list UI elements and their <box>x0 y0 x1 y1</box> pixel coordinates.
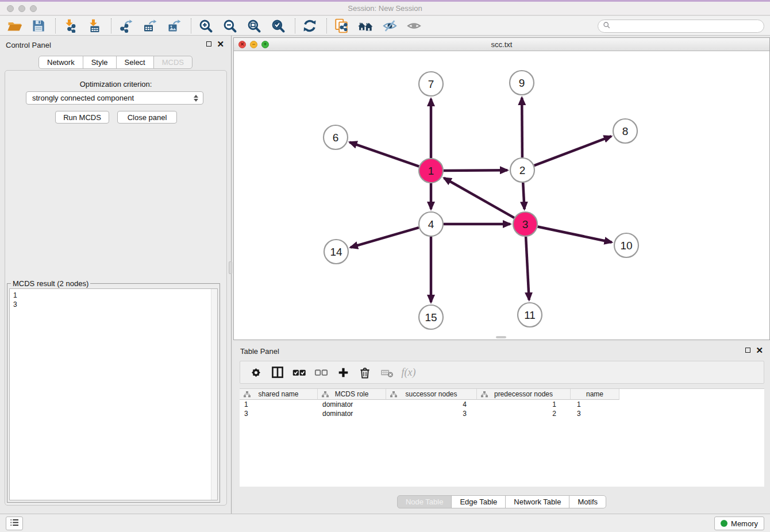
import-network-icon[interactable] <box>61 18 79 34</box>
tab-network-table[interactable]: Network Table <box>505 495 569 508</box>
select-all-rows-icon[interactable] <box>291 364 308 381</box>
graph-node-10[interactable]: 10 <box>614 233 638 257</box>
column-header-predecessor-nodes[interactable]: predecessor nodes <box>477 389 571 400</box>
toolbar-separator <box>326 18 327 33</box>
edge-1-2[interactable] <box>444 170 507 171</box>
zoom-out-icon[interactable] <box>221 18 238 34</box>
tab-mcds[interactable]: MCDS <box>153 56 192 69</box>
edge-3-1[interactable] <box>444 178 514 218</box>
graph-node-15[interactable]: 15 <box>419 305 443 329</box>
edge-2-3[interactable] <box>523 183 524 209</box>
export-image-icon[interactable] <box>165 18 183 34</box>
column-mode-icon[interactable] <box>269 364 286 381</box>
table-cell[interactable]: 1 <box>571 400 619 409</box>
tab-motifs[interactable]: Motifs <box>569 495 606 508</box>
hide-view-icon[interactable] <box>381 18 398 34</box>
graph-node-4[interactable]: 4 <box>419 212 443 236</box>
zoom-selected-icon[interactable] <box>270 18 287 34</box>
edge-2-8[interactable] <box>534 136 611 165</box>
delete-row-icon[interactable] <box>356 364 374 381</box>
edge-4-14[interactable] <box>351 228 419 248</box>
table-cell[interactable]: 4 <box>386 400 477 409</box>
table-cell[interactable]: 2 <box>477 409 571 418</box>
tab-style[interactable]: Style <box>83 56 117 69</box>
close-panel-button[interactable]: Close panel <box>117 111 177 124</box>
export-table-icon[interactable] <box>141 18 159 34</box>
search-input[interactable] <box>614 22 764 30</box>
gear-icon[interactable] <box>247 364 264 381</box>
optimization-criterion-label: Optimization criterion: <box>5 80 226 88</box>
delete-column-icon <box>378 364 395 381</box>
table-float-icon[interactable] <box>745 348 750 353</box>
toolbar-separator <box>55 18 56 33</box>
add-row-icon[interactable] <box>334 364 352 381</box>
column-header-name[interactable]: name <box>571 389 619 400</box>
memory-button[interactable]: Memory <box>714 516 764 530</box>
show-view-icon <box>405 18 422 34</box>
table-cell[interactable]: 3 <box>571 409 619 418</box>
result-scrollbar[interactable] <box>211 289 217 500</box>
tab-network[interactable]: Network <box>38 56 83 69</box>
criterion-dropdown[interactable]: strongly connected component <box>26 91 203 105</box>
mcds-result-lines: 13 <box>13 291 214 309</box>
graph-node-14[interactable]: 14 <box>324 240 348 264</box>
tab-edge-table[interactable]: Edge Table <box>451 495 506 508</box>
edge-3-11[interactable] <box>526 237 529 300</box>
save-session-icon[interactable] <box>30 18 47 34</box>
export-network-icon[interactable] <box>117 18 134 34</box>
graph-node-7[interactable]: 7 <box>419 72 443 96</box>
network-graph-canvas[interactable]: 7968124314101511 <box>234 51 769 340</box>
graph-hscroll-grip[interactable] <box>496 336 506 338</box>
table-cell[interactable]: 3 <box>240 409 318 418</box>
panel-divider-grip[interactable] <box>229 261 232 274</box>
column-label: name <box>586 390 603 398</box>
graph-node-2[interactable]: 2 <box>510 158 534 182</box>
task-history-button[interactable] <box>6 516 23 530</box>
column-header-MCDS-role[interactable]: MCDS role <box>318 389 386 400</box>
network-files-icon[interactable] <box>333 18 350 34</box>
run-mcds-button[interactable]: Run MCDS <box>55 111 109 124</box>
tab-select[interactable]: Select <box>116 56 154 69</box>
import-table-icon[interactable] <box>86 18 103 34</box>
memory-status-icon <box>721 520 727 527</box>
table-panel: Table Panel ✕ f(x) shared nameMCDS roles… <box>233 342 770 514</box>
mcds-result-list[interactable]: 13 <box>9 288 218 500</box>
graph-node-11[interactable]: 11 <box>518 303 542 327</box>
tab-node-table[interactable]: Node Table <box>397 495 452 508</box>
table-cell[interactable]: dominator <box>318 400 386 409</box>
network-window-titlebar[interactable]: ✕ − + scc.txt <box>234 38 769 51</box>
graph-node-6[interactable]: 6 <box>324 125 348 149</box>
search-icon <box>603 21 611 32</box>
table-cell[interactable]: 3 <box>386 409 477 418</box>
zoom-in-icon[interactable] <box>197 18 214 34</box>
float-panel-icon[interactable] <box>206 41 211 47</box>
svg-text:8: 8 <box>622 125 629 137</box>
column-label: successor nodes <box>405 390 457 398</box>
table-cell[interactable]: 1 <box>477 400 571 409</box>
column-header-successor-nodes[interactable]: successor nodes <box>386 389 477 400</box>
table-tabs: Node TableEdge TableNetwork TableMotifs <box>233 495 770 508</box>
home-icon[interactable] <box>357 18 374 34</box>
edge-2-9[interactable] <box>522 98 522 157</box>
edge-1-6[interactable] <box>350 142 419 167</box>
table-row[interactable]: 3dominator323 <box>240 409 764 418</box>
edge-3-10[interactable] <box>538 227 612 242</box>
table-close-icon[interactable]: ✕ <box>756 347 763 353</box>
close-panel-icon[interactable]: ✕ <box>217 41 224 47</box>
search-field[interactable] <box>598 20 764 33</box>
table-panel-title: Table Panel <box>240 347 279 356</box>
table-cell[interactable]: dominator <box>318 409 386 418</box>
table-row[interactable]: 1dominator411 <box>240 400 764 409</box>
graph-node-9[interactable]: 9 <box>510 71 534 95</box>
svg-text:11: 11 <box>524 309 536 321</box>
table-cell[interactable]: 1 <box>240 400 318 409</box>
column-header-shared-name[interactable]: shared name <box>240 389 318 400</box>
svg-text:10: 10 <box>620 240 632 252</box>
deselect-all-rows-icon[interactable] <box>313 364 330 381</box>
graph-node-3[interactable]: 3 <box>513 212 537 236</box>
zoom-fit-icon[interactable] <box>245 18 263 34</box>
graph-node-1[interactable]: 1 <box>419 159 443 183</box>
graph-node-8[interactable]: 8 <box>613 119 637 143</box>
refresh-view-icon[interactable] <box>301 18 318 34</box>
open-file-icon[interactable] <box>6 18 23 34</box>
